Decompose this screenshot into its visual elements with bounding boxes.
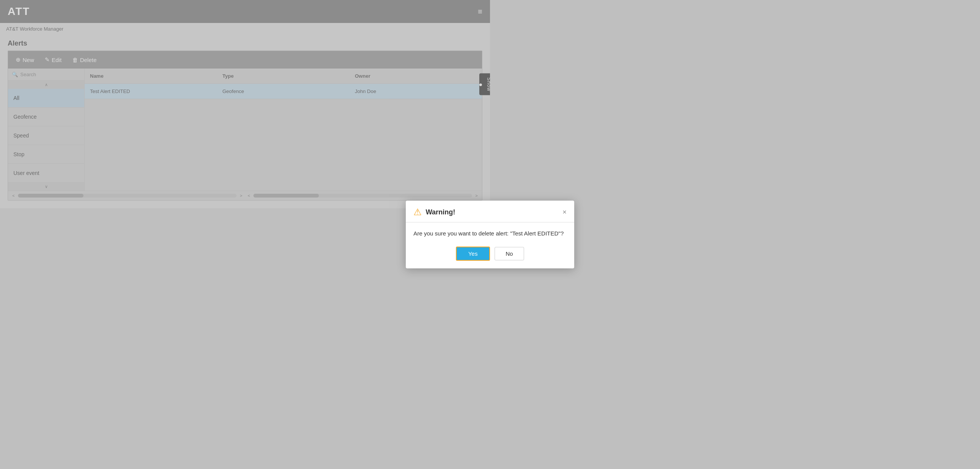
warning-dialog: ⚠ Warning! × Are you sure you want to de… xyxy=(406,201,490,234)
dialog-title: Warning! xyxy=(426,208,455,216)
dialog-body: Are you sure you want to delete alert: "… xyxy=(406,222,490,234)
dialog-message: Are you sure you want to delete alert: "… xyxy=(413,230,490,234)
dialog-header: ⚠ Warning! × xyxy=(406,201,490,222)
warning-triangle-icon: ⚠ xyxy=(413,207,422,217)
dialog-overlay: ⚠ Warning! × Are you sure you want to de… xyxy=(0,0,490,234)
dialog-title-row: ⚠ Warning! xyxy=(413,207,455,217)
